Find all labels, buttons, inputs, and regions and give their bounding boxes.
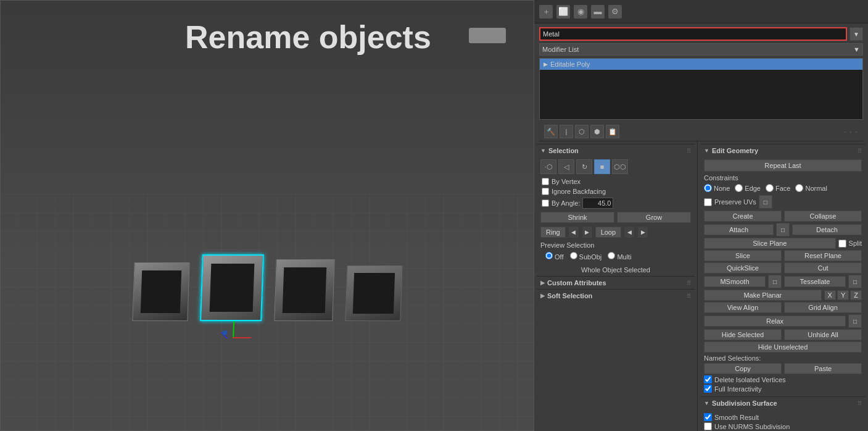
slice-button[interactable]: Slice [704,250,782,261]
attach-button[interactable]: Attach [704,224,774,235]
constraint-none-radio[interactable] [704,184,712,192]
quickslice-button[interactable]: QuickSlice [704,262,782,274]
ignore-backfacing-checkbox[interactable] [542,188,549,195]
selection-mode-icons: ·⬡ ◁ ↻ ■ ⬡⬡ [537,157,695,177]
delete-isolated-label: Delete Isolated Vertices [714,376,786,383]
loop-button[interactable]: Loop [595,227,621,238]
border-mode-icon[interactable]: ↻ [576,159,592,174]
modifier-list-dropdown[interactable]: Modifier List ▼ [539,43,863,56]
name-expand-button[interactable]: ▼ [849,27,863,41]
edge-mode-icon[interactable]: ◁ [558,159,574,174]
custom-attributes-section: ▶ Custom Attributes ⠿ [537,276,695,289]
graph-icon[interactable]: ⬡ [575,125,589,138]
hide-selected-button[interactable]: Hide Selected [704,329,782,340]
ignore-backfacing-label: Ignore Backfacing [552,188,606,195]
y-button[interactable]: Y [837,290,849,300]
loop-next-button[interactable]: ▶ [637,226,648,238]
object-name-input[interactable] [539,27,847,41]
tessellate-button[interactable]: Tessellate [784,276,846,287]
view-grid-align-row: View Align Grid Align [704,302,862,313]
hammer-icon[interactable]: 🔨 [544,125,558,138]
delete-isolated-checkbox[interactable] [704,375,712,383]
unhide-all-button[interactable]: Unhide All [784,329,862,340]
hide-unselected-button[interactable]: Hide Unselected [704,341,862,353]
shrink-button[interactable]: Shrink [540,212,614,223]
preview-subobj-label: SubObj [570,252,602,261]
use-nurms-checkbox[interactable] [704,422,712,430]
utility-button[interactable]: ⚙ [608,5,622,19]
view-align-button[interactable]: View Align [704,302,782,313]
right-scroll-area[interactable]: ▼ Selection ⠿ ·⬡ ◁ ↻ ■ ⬡⬡ [534,141,868,431]
selection-header[interactable]: ▼ Selection ⠿ [537,144,695,157]
by-vertex-checkbox[interactable] [542,178,549,185]
split-checkbox[interactable] [838,240,846,248]
smooth-result-checkbox[interactable] [704,413,712,421]
preserve-uvs-checkbox[interactable] [704,198,712,206]
motion-button[interactable]: ▬ [591,5,605,19]
z-button[interactable]: Z [850,290,862,300]
constraint-edge-radio[interactable] [735,184,743,192]
soft-sel-header[interactable]: ▶ Soft Selection ⠿ [537,289,695,302]
constraint-face-label: Face [766,184,790,192]
divider-dots: • • • [844,128,858,136]
constraint-normal-radio[interactable] [795,184,803,192]
slice-plane-split-row: Slice Plane Split [704,238,862,249]
constraint-face-radio[interactable] [766,184,774,192]
grid-align-button[interactable]: Grid Align [784,302,862,313]
by-angle-value[interactable] [582,198,613,209]
preview-off-label: Off [545,252,564,261]
msmooth-button[interactable]: MSmooth [704,276,766,287]
editable-poly-item[interactable]: ▶ Editable Poly [540,59,862,70]
element-mode-icon[interactable]: ⬡⬡ [612,159,628,174]
selection-col: ▼ Selection ⠿ ·⬡ ◁ ↻ ■ ⬡⬡ [534,141,698,431]
x-button[interactable]: X [824,290,836,300]
preserve-uvs-options-button[interactable]: □ [759,195,772,209]
create-button[interactable]: Create [704,211,782,222]
mesh-icon[interactable]: ⬢ [590,125,604,138]
polygon-mode-icon[interactable]: ■ [594,159,610,174]
modifier-stack: ▶ Editable Poly [539,58,863,120]
modifier-button[interactable]: ⬜ [556,5,570,19]
preview-multi-radio[interactable] [608,252,615,259]
by-angle-checkbox[interactable] [542,199,549,207]
preview-subobj-radio[interactable] [570,252,577,259]
cut-button[interactable]: Cut [784,262,862,274]
grow-button[interactable]: Grow [617,212,691,223]
tessellate-options-button[interactable]: □ [848,275,862,288]
rename-label: Rename objects [185,19,431,56]
make-planar-row: Make Planar X Y Z [704,290,862,301]
whole-object-text: Whole Object Selected [537,264,695,276]
vertex-mode-icon[interactable]: ·⬡ [540,159,556,174]
ring-button[interactable]: Ring [540,227,566,238]
subdiv-header[interactable]: ▼ Subdivision Surface ⠿ [700,396,866,409]
preview-off-radio[interactable] [545,252,553,259]
loop-prev-button[interactable]: ◀ [624,226,635,238]
make-planar-button[interactable]: Make Planar [704,290,822,301]
relax-options-button[interactable]: □ [848,314,862,328]
constraint-none-text: None [714,185,730,192]
repeat-last-button[interactable]: Repeat Last [704,159,862,172]
edit-geo-header[interactable]: ▼ Edit Geometry ⠿ [700,144,866,157]
clipboard-icon[interactable]: 📋 [606,125,619,138]
pin-icon[interactable]: | [560,125,573,138]
preview-off-text: Off [555,253,563,261]
copy-button[interactable]: Copy [704,363,782,374]
relax-button[interactable]: Relax [704,316,846,327]
ring-prev-button[interactable]: ◀ [568,226,579,238]
selection-title: Selection [548,147,579,154]
full-interactivity-checkbox[interactable] [704,385,712,393]
preserve-uvs-row: Preserve UVs □ [704,195,862,209]
paste-button[interactable]: Paste [784,363,862,374]
create-collapse-row: Create Collapse [704,211,862,222]
hierarchy-button[interactable]: ◉ [574,5,587,19]
reset-plane-button[interactable]: Reset Plane [784,250,862,261]
slice-plane-button[interactable]: Slice Plane [704,238,836,249]
ring-next-button[interactable]: ▶ [582,226,593,238]
attach-options-button[interactable]: □ [776,223,790,236]
msmooth-options-button[interactable]: □ [768,275,782,288]
collapse-button[interactable]: Collapse [784,211,862,222]
custom-attr-header[interactable]: ▶ Custom Attributes ⠿ [537,276,695,289]
viewport[interactable]: Rename objects [0,0,534,431]
detach-button[interactable]: Detach [792,224,862,235]
add-button[interactable]: ＋ [539,5,553,19]
